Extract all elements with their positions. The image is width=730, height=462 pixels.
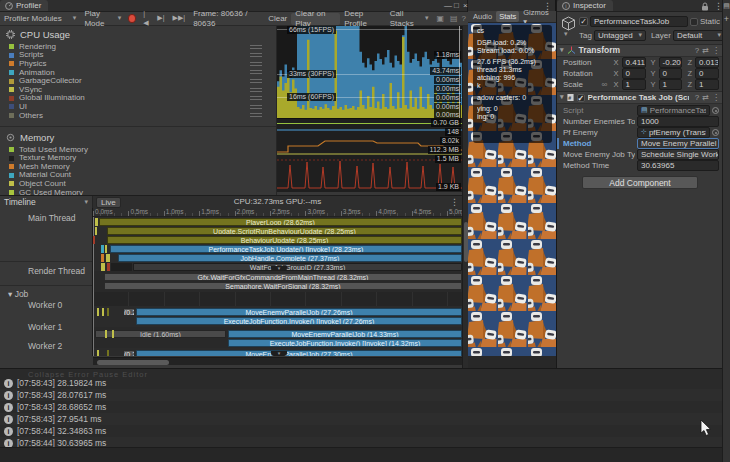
presets-icon[interactable]: ⇄ bbox=[702, 46, 709, 56]
component-enabled-checkbox[interactable]: ✓ bbox=[577, 94, 585, 102]
help-icon[interactable]: ? bbox=[460, 14, 468, 24]
thread-row-label[interactable]: Worker 2 bbox=[28, 341, 62, 351]
timeline-span[interactable]: ExecuteJobFunction.Invoke() [Invoke] (14… bbox=[228, 339, 462, 347]
timeline-span[interactable] bbox=[107, 263, 110, 271]
gameobject-name-field[interactable]: PerformanceTaskJob bbox=[590, 16, 688, 27]
thread-row-label[interactable]: ▾ Job bbox=[8, 289, 28, 299]
clear-on-play-toggle[interactable]: Clear on Play bbox=[291, 13, 340, 25]
timeline-span[interactable]: Semaphore.WaitForSignal (28.32ms) bbox=[104, 282, 462, 290]
window-close-icon[interactable]: × bbox=[463, 1, 468, 11]
add-tab-icon[interactable]: + bbox=[723, 14, 730, 25]
timeline-horizontal-scrollbar[interactable] bbox=[93, 357, 462, 365]
timeline-tracks[interactable]: PlayerLoop (28.62ms)Update.ScriptRunBeha… bbox=[93, 217, 462, 356]
active-checkbox[interactable]: ✓ bbox=[579, 17, 588, 26]
timeline-span[interactable]: Idle (1.60ms) bbox=[95, 330, 226, 338]
load-profile-icon[interactable]: ▣ bbox=[432, 14, 448, 24]
timeline-span[interactable] bbox=[105, 330, 107, 338]
console-log-entry[interactable]: i[07:58:43] 28.07617 ms bbox=[0, 389, 722, 401]
timeline-span[interactable]: PlayerLoop (28.62ms) bbox=[99, 218, 462, 226]
memory-chart[interactable]: 0.70 GB1488.02k112.3 MB1.5 MB1.9 KB bbox=[277, 118, 462, 192]
save-profile-icon[interactable]: ▤ bbox=[448, 14, 460, 24]
timeline-span[interactable]: ExecuteJobFunction.Invoke() [Invoke] (27… bbox=[136, 317, 462, 325]
rotation-z-field[interactable]: 0 bbox=[695, 68, 719, 79]
position-y-field[interactable]: -0.205 bbox=[659, 57, 683, 68]
script-object-field[interactable]: ▤PerformanceTaskJob bbox=[637, 105, 710, 116]
timeline-span[interactable]: PerformanceTaskJob.Update() [Invoke] (28… bbox=[110, 245, 462, 253]
drag-handle-icon[interactable] bbox=[250, 70, 262, 74]
number-enemies-to-c-field[interactable]: 1000 bbox=[637, 116, 719, 127]
window-minimize-icon[interactable]: — bbox=[444, 1, 452, 11]
object-picker-icon[interactable] bbox=[712, 129, 719, 136]
kebab-menu-icon[interactable]: ⋮ bbox=[450, 197, 459, 208]
object-picker-icon[interactable] bbox=[712, 107, 719, 114]
console-log-entry[interactable]: i[07:58:43] 27.9541 ms bbox=[0, 413, 722, 425]
kebab-menu-icon[interactable]: ⋮ bbox=[712, 46, 720, 56]
next-frame-button[interactable]: ▶| bbox=[153, 14, 168, 22]
timeline-span[interactable]: BehaviourUpdate (28.25ms) bbox=[107, 236, 462, 244]
method-time-field[interactable]: 30.63965 bbox=[637, 160, 719, 171]
static-checkbox[interactable] bbox=[690, 18, 698, 26]
add-component-button[interactable]: Add Component bbox=[582, 176, 698, 189]
help-icon[interactable]: ? bbox=[695, 46, 699, 56]
timeline-span[interactable]: Gfx.WaitForGfxCommandsFromMainThread (28… bbox=[104, 273, 462, 281]
drag-handle-icon[interactable] bbox=[250, 79, 262, 83]
timeline-span[interactable]: (0.24 bbox=[123, 308, 135, 316]
tab-profiler[interactable]: Profiler bbox=[0, 0, 48, 11]
drag-handle-icon[interactable] bbox=[250, 53, 262, 57]
chevron-down-icon[interactable]: ▾ bbox=[564, 30, 568, 38]
timeline-span[interactable] bbox=[106, 254, 110, 262]
console-log-entry[interactable]: i[07:58:43] 28.19824 ms bbox=[0, 377, 722, 389]
tag-dropdown[interactable]: Untagged▾ bbox=[594, 30, 646, 41]
legend-item[interactable]: Global Illumination bbox=[0, 94, 276, 103]
timeline-span[interactable]: MoveEnemyParallelJob (27.26ms) bbox=[136, 308, 462, 316]
drag-handle-icon[interactable] bbox=[250, 88, 262, 92]
profiler-modules-dropdown[interactable]: Profiler Modules▾ bbox=[0, 14, 80, 24]
scale-y-field[interactable]: 1 bbox=[659, 79, 683, 90]
console-log-entry[interactable]: i[07:58:44] 32.34863 ms bbox=[0, 425, 722, 437]
timeline-span[interactable] bbox=[93, 236, 95, 244]
thread-row-label[interactable]: Worker 0 bbox=[28, 300, 62, 310]
legend-item[interactable]: Others bbox=[0, 111, 276, 120]
kebab-menu-icon[interactable]: ⋮ bbox=[712, 93, 720, 103]
game-viewport[interactable]: csDSP load: 0.2%Stream load: 0.0%27.6 FP… bbox=[468, 23, 556, 356]
timeline-span[interactable]: MoveEnemyParallelJob (14.33ms) bbox=[228, 330, 462, 338]
drag-handle-icon[interactable] bbox=[250, 45, 262, 49]
rotation-x-field[interactable]: 0 bbox=[622, 68, 646, 79]
drag-handle-icon[interactable] bbox=[250, 113, 262, 117]
gameobject-cube-icon[interactable] bbox=[561, 16, 576, 31]
script-component-header[interactable]: ▾ # ✓ Performance Task Job (Script) ? ⇄ … bbox=[557, 91, 723, 104]
prev-frame-button[interactable]: |◀ bbox=[139, 10, 153, 27]
thread-row-label[interactable]: Render Thread bbox=[28, 266, 85, 276]
position-z-field[interactable]: 0.0132 bbox=[695, 57, 719, 68]
timeline-span[interactable] bbox=[95, 218, 98, 226]
record-button[interactable] bbox=[128, 14, 136, 23]
thread-row-label[interactable]: Main Thread bbox=[28, 213, 76, 223]
timeline-span[interactable] bbox=[101, 254, 104, 262]
timeline-span[interactable] bbox=[107, 350, 109, 356]
move-enemy-job-typ-dropdown[interactable]: Schedule Single Worker Thre▾ bbox=[637, 149, 719, 160]
drag-handle-icon[interactable] bbox=[250, 96, 262, 100]
tab-inspector[interactable]: i Inspector bbox=[557, 0, 613, 11]
audio-toggle[interactable]: Audio bbox=[470, 11, 495, 22]
timeline-span[interactable] bbox=[95, 227, 97, 235]
timeline-span[interactable] bbox=[112, 330, 114, 338]
timeline-span[interactable] bbox=[101, 245, 104, 253]
memory-module[interactable]: Memory bbox=[0, 129, 276, 145]
timeline-span[interactable] bbox=[97, 308, 99, 316]
method-dropdown[interactable]: Move Enemy Parallel Job▾ bbox=[637, 138, 719, 149]
layer-dropdown[interactable]: Default▾ bbox=[673, 30, 725, 41]
timeline-span[interactable] bbox=[111, 263, 132, 271]
cpu-usage-module[interactable]: CPU Usage bbox=[0, 26, 276, 42]
stats-toggle[interactable]: Stats bbox=[496, 11, 519, 22]
help-icon[interactable]: ? bbox=[695, 93, 699, 103]
pf-enemy-object-field[interactable]: ⊹pfEnemy (Transform) bbox=[637, 127, 710, 138]
clear-button[interactable]: Clear bbox=[264, 14, 291, 24]
current-frame-button[interactable]: ▶▶| bbox=[169, 14, 190, 22]
drag-handle-icon[interactable] bbox=[250, 62, 262, 66]
position-x-field[interactable]: 0.4112 bbox=[622, 57, 646, 68]
cpu-usage-chart[interactable]: 66ms (15FPS)33ms (30FPS)16ms (60FPS) 1.1… bbox=[277, 26, 462, 118]
timeline-span[interactable] bbox=[102, 308, 104, 316]
timeline-span[interactable]: WaitForJobGroupID (27.33ms) bbox=[133, 263, 462, 271]
console-log-entry[interactable]: i[07:58:43] 28.68652 ms bbox=[0, 401, 722, 413]
timeline-span[interactable]: Update.ScriptRunBehaviourUpdate (28.25ms… bbox=[107, 227, 462, 235]
